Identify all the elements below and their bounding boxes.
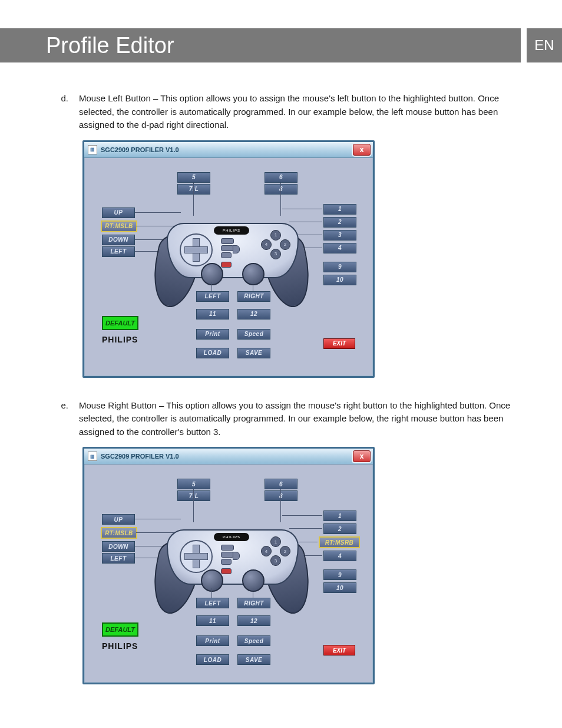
speed-button[interactable]: Speed	[237, 329, 270, 340]
btn-8[interactable]: 8	[265, 490, 297, 501]
face-2-icon: 2	[280, 546, 290, 556]
center-led	[221, 262, 232, 268]
center-button	[221, 545, 234, 551]
stick-left-label[interactable]: LEFT	[196, 291, 229, 302]
btn-6[interactable]: 6	[265, 172, 297, 183]
profiler-window: ▦ SGC2909 PROFILER V1.0 x 5 6 7:L 8 UP R…	[82, 140, 375, 378]
screenshot-d: ▦ SGC2909 PROFILER V1.0 x 5 6 7:L 8 UP R…	[82, 140, 527, 378]
page-number: 17	[0, 717, 562, 728]
save-button[interactable]: SAVE	[237, 654, 270, 665]
btn-3[interactable]: 3	[323, 230, 356, 241]
face-4-icon: 4	[261, 546, 272, 556]
left-stick-icon	[201, 569, 223, 592]
list-marker: d.	[35, 92, 79, 132]
speed-button[interactable]: Speed	[237, 635, 270, 646]
window-titlebar: ▦ SGC2909 PROFILER V1.0 x	[84, 449, 373, 465]
guide-line	[253, 588, 253, 598]
close-button[interactable]: x	[353, 450, 371, 462]
close-button[interactable]: x	[353, 144, 371, 156]
center-button	[221, 238, 234, 244]
btn-4[interactable]: 4	[323, 243, 356, 253]
btn-10[interactable]: 10	[323, 582, 356, 593]
btn-11[interactable]: 11	[196, 309, 229, 319]
stick-left-label[interactable]: LEFT	[196, 598, 229, 608]
btn-1[interactable]: 1	[323, 204, 356, 215]
print-button[interactable]: Print	[196, 635, 229, 646]
guide-line	[211, 282, 212, 291]
btn-5[interactable]: 5	[177, 479, 210, 489]
dpad-icon	[180, 540, 213, 573]
language-badge: EN	[527, 28, 562, 62]
window-title: SGC2909 PROFILER V1.0	[101, 146, 179, 153]
btn-8[interactable]: 8	[265, 184, 297, 195]
stick-right-label[interactable]: RIGHT	[237, 598, 270, 608]
print-button[interactable]: Print	[196, 329, 229, 340]
btn-10[interactable]: 10	[323, 275, 356, 285]
btn-7[interactable]: 7:L	[177, 490, 210, 501]
dpad-down[interactable]: DOWN	[102, 541, 135, 552]
paragraph-text: Mouse Left Button – This option allows y…	[79, 92, 527, 132]
right-stick-icon	[242, 569, 265, 592]
load-button[interactable]: LOAD	[196, 348, 229, 358]
btn-2[interactable]: 2	[323, 217, 356, 228]
save-button[interactable]: SAVE	[237, 348, 270, 358]
page-content: d. Mouse Left Button – This option allow…	[0, 62, 562, 717]
btn-9[interactable]: 9	[323, 262, 356, 272]
exit-button[interactable]: EXIT	[323, 338, 355, 349]
profiler-window: ▦ SGC2909 PROFILER V1.0 x 5 6 7:L 8 UP R…	[82, 447, 375, 684]
guide-line	[211, 588, 212, 598]
center-button	[221, 559, 232, 565]
btn-11[interactable]: 11	[196, 615, 229, 626]
window-body: 5 6 7:L 8 UP RT:MSLB DOWN LEFT 1 2 RT:MS…	[84, 465, 373, 683]
dpad-down[interactable]: DOWN	[102, 235, 135, 245]
controller-brand: PHILIPS	[214, 226, 249, 235]
face-2-icon: 2	[280, 239, 290, 250]
controller-brand: PHILIPS	[214, 533, 249, 541]
center-button	[233, 245, 240, 253]
center-button	[221, 245, 234, 251]
window-body: 5 6 7:L 8 UP RT:MSLB DOWN LEFT 1 2	[84, 158, 373, 376]
btn-1[interactable]: 1	[323, 510, 356, 521]
guide-line	[253, 282, 253, 291]
exit-button[interactable]: EXIT	[323, 645, 355, 655]
screenshot-e: ▦ SGC2909 PROFILER V1.0 x 5 6 7:L 8 UP R…	[82, 447, 527, 684]
load-button[interactable]: LOAD	[196, 654, 229, 665]
dpad-right-highlight[interactable]: RT:MSLB	[101, 220, 137, 232]
btn-4[interactable]: 4	[323, 551, 356, 561]
page-title: Profile Editor	[35, 28, 521, 62]
btn-12[interactable]: 12	[237, 309, 270, 319]
page-header: Profile Editor EN	[0, 28, 562, 62]
center-button	[221, 552, 234, 558]
header-gap	[521, 28, 527, 62]
btn-6[interactable]: 6	[265, 479, 297, 489]
btn-12[interactable]: 12	[237, 615, 270, 626]
default-button[interactable]: DEFAULT	[102, 316, 138, 330]
paragraph-text: Mouse Right Button – This option allows …	[79, 399, 527, 439]
app-icon: ▦	[88, 452, 97, 461]
face-1-icon: 1	[270, 536, 281, 547]
dpad-up[interactable]: UP	[102, 514, 135, 525]
window-title: SGC2909 PROFILER V1.0	[101, 453, 179, 460]
btn-9[interactable]: 9	[323, 569, 356, 580]
dpad-left[interactable]: LEFT	[102, 246, 135, 257]
paragraph-e: e. Mouse Right Button – This option allo…	[35, 399, 527, 439]
right-stick-icon	[242, 263, 265, 285]
btn-7[interactable]: 7:L	[177, 184, 210, 195]
dpad-up[interactable]: UP	[102, 207, 135, 218]
btn-3-highlight[interactable]: RT:MSRB	[319, 536, 360, 548]
face-3-icon: 3	[270, 249, 281, 259]
btn-5[interactable]: 5	[177, 172, 210, 183]
btn-2[interactable]: 2	[323, 523, 356, 534]
controller-graphic: PHILIPS 1 2 3 4	[155, 512, 308, 618]
controller-graphic: PHILIPS 1 2 3 4	[155, 205, 308, 311]
left-stick-icon	[201, 263, 223, 285]
dpad-left[interactable]: LEFT	[102, 553, 135, 564]
paragraph-d: d. Mouse Left Button – This option allow…	[35, 92, 527, 132]
dpad-right-highlight[interactable]: RT:MSLB	[101, 527, 137, 539]
center-button	[233, 552, 240, 560]
list-marker: e.	[35, 399, 79, 439]
default-button[interactable]: DEFAULT	[102, 622, 138, 637]
stick-right-label[interactable]: RIGHT	[237, 291, 270, 302]
window-titlebar: ▦ SGC2909 PROFILER V1.0 x	[84, 142, 373, 158]
face-4-icon: 4	[261, 239, 272, 250]
